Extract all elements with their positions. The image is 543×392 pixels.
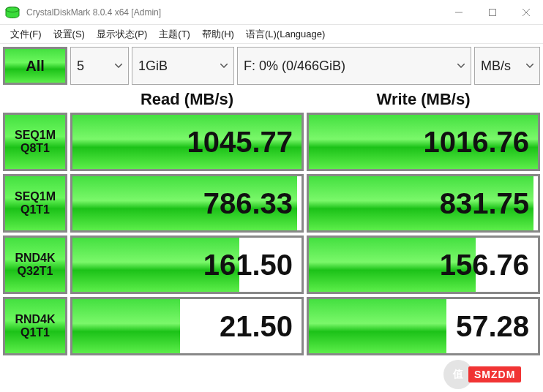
run-test-button[interactable]: RND4KQ1T1 bbox=[3, 297, 67, 355]
menu-file[interactable]: 文件(F) bbox=[4, 25, 48, 43]
chevron-down-icon bbox=[526, 64, 533, 68]
read-header: Read (MB/s) bbox=[70, 86, 304, 113]
read-value: 21.50 bbox=[220, 310, 293, 343]
window-title: CrystalDiskMark 8.0.4 x64 [Admin] bbox=[25, 7, 442, 18]
minimize-button[interactable] bbox=[442, 0, 476, 25]
write-value-cell: 57.28 bbox=[307, 297, 540, 355]
svg-rect-3 bbox=[490, 9, 496, 15]
unit-select[interactable]: MB/s bbox=[474, 47, 540, 85]
write-value-cell: 1016.76 bbox=[307, 113, 540, 171]
read-value-cell: 786.33 bbox=[70, 174, 304, 233]
write-header: Write (MB/s) bbox=[307, 86, 540, 113]
write-value: 1016.76 bbox=[423, 126, 529, 159]
close-button[interactable] bbox=[509, 0, 543, 25]
result-row: RND4KQ1T121.5057.28 bbox=[3, 297, 540, 355]
read-value-cell: 21.50 bbox=[70, 297, 304, 355]
write-value: 831.75 bbox=[440, 187, 529, 220]
write-value-cell: 156.76 bbox=[307, 235, 540, 294]
drive-select[interactable]: F: 0% (0/466GiB) bbox=[237, 47, 471, 85]
window-controls bbox=[442, 0, 543, 25]
toolbar: All 5 1GiB F: 0% (0/466GiB) MB/s bbox=[3, 47, 540, 85]
chevron-down-icon bbox=[457, 64, 465, 68]
menu-language[interactable]: 语言(L)(Language) bbox=[240, 25, 331, 43]
read-value-cell: 1045.77 bbox=[70, 113, 304, 171]
chevron-down-icon bbox=[220, 64, 228, 68]
result-row: RND4KQ32T1161.50156.76 bbox=[3, 235, 540, 294]
progress-bar bbox=[309, 299, 446, 353]
menubar: 文件(F) 设置(S) 显示状态(P) 主题(T) 帮助(H) 语言(L)(La… bbox=[0, 25, 543, 44]
test-label-1: SEQ1M bbox=[15, 129, 56, 142]
watermark: 值 SMZDM bbox=[443, 360, 539, 389]
menu-display-status[interactable]: 显示状态(P) bbox=[91, 25, 153, 43]
watermark-text: SMZDM bbox=[468, 366, 521, 382]
write-value: 156.76 bbox=[440, 249, 529, 282]
run-all-button[interactable]: All bbox=[3, 47, 67, 85]
column-headers: Read (MB/s) Write (MB/s) bbox=[3, 86, 540, 113]
menu-settings[interactable]: 设置(S) bbox=[48, 25, 91, 43]
drive-value: F: 0% (0/466GiB) bbox=[244, 59, 345, 74]
size-value: 1GiB bbox=[138, 59, 168, 74]
unit-value: MB/s bbox=[481, 59, 511, 74]
run-test-button[interactable]: RND4KQ32T1 bbox=[3, 235, 67, 294]
test-label-1: SEQ1M bbox=[15, 190, 56, 203]
maximize-button[interactable] bbox=[476, 0, 509, 25]
write-value-cell: 831.75 bbox=[307, 174, 540, 233]
progress-bar bbox=[72, 299, 180, 353]
window-titlebar: CrystalDiskMark 8.0.4 x64 [Admin] bbox=[0, 0, 543, 25]
run-test-button[interactable]: SEQ1MQ8T1 bbox=[3, 113, 67, 171]
runs-value: 5 bbox=[77, 59, 84, 74]
test-label-2: Q32T1 bbox=[18, 265, 53, 278]
test-label-1: RND4K bbox=[15, 313, 55, 326]
test-label-2: Q8T1 bbox=[20, 142, 50, 155]
menu-help[interactable]: 帮助(H) bbox=[196, 25, 240, 43]
test-label-2: Q1T1 bbox=[20, 203, 50, 216]
read-value: 161.50 bbox=[203, 249, 293, 282]
write-value: 57.28 bbox=[456, 310, 529, 343]
results-table: SEQ1MQ8T11045.771016.76SEQ1MQ1T1786.3383… bbox=[3, 113, 540, 355]
app-icon bbox=[4, 4, 20, 20]
test-label-1: RND4K bbox=[15, 252, 55, 265]
read-value: 786.33 bbox=[203, 187, 293, 220]
runs-select[interactable]: 5 bbox=[70, 47, 129, 85]
run-test-button[interactable]: SEQ1MQ1T1 bbox=[3, 174, 67, 233]
read-value-cell: 161.50 bbox=[70, 235, 304, 294]
menu-theme[interactable]: 主题(T) bbox=[153, 25, 196, 43]
test-label-2: Q1T1 bbox=[20, 326, 50, 339]
chevron-down-icon bbox=[115, 64, 122, 68]
result-row: SEQ1MQ1T1786.33831.75 bbox=[3, 174, 540, 233]
header-spacer bbox=[3, 86, 67, 113]
read-value: 1045.77 bbox=[187, 126, 293, 159]
content-area: All 5 1GiB F: 0% (0/466GiB) MB/s Read (M… bbox=[0, 44, 543, 361]
result-row: SEQ1MQ8T11045.771016.76 bbox=[3, 113, 540, 171]
size-select[interactable]: 1GiB bbox=[132, 47, 234, 85]
